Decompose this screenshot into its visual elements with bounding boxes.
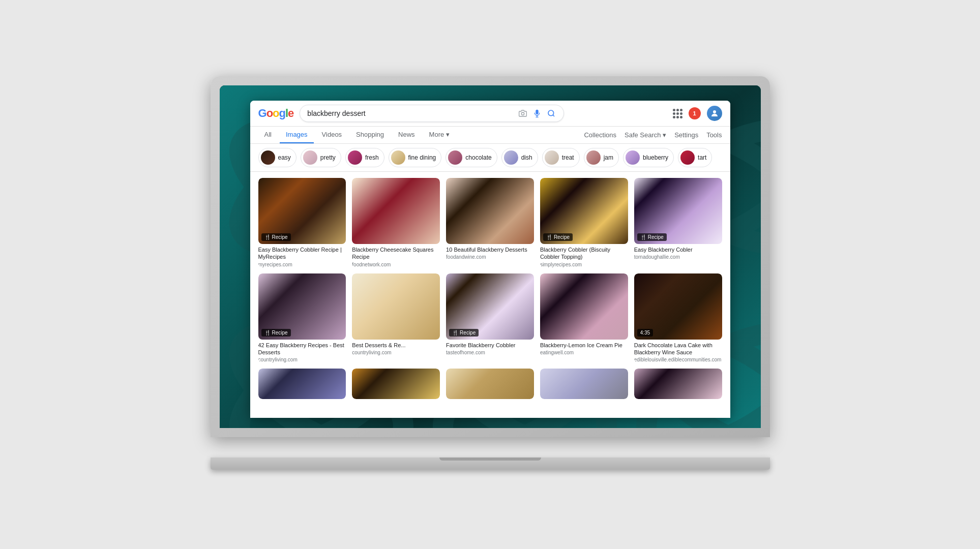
result-card-14[interactable]: [540, 369, 628, 399]
chip-fine-dining[interactable]: fine dining: [389, 148, 442, 167]
result-image-13: [446, 369, 534, 399]
search-input[interactable]: [307, 109, 514, 117]
voice-search-icon[interactable]: [532, 108, 542, 118]
grid-dot: [676, 116, 679, 118]
results-grid: 🍴 Recipe Easy Blackberry Cobbler Recipe …: [258, 178, 722, 399]
logo-letter-o1: o: [266, 107, 273, 120]
svg-line-4: [553, 115, 554, 116]
filter-chips-bar: easy pretty fresh fine dining: [250, 144, 730, 172]
result-card-3[interactable]: 10 Beautiful Blackberry Desserts foodand…: [446, 178, 534, 267]
chip-thumb-tart: [680, 150, 695, 165]
result-image-15: [634, 369, 722, 399]
browser-window: Google: [250, 101, 730, 418]
laptop-base-notch: [439, 458, 541, 461]
google-logo[interactable]: Google: [258, 107, 294, 120]
header-right-controls: 1: [673, 106, 722, 121]
result-image-7: [352, 273, 440, 340]
result-card-4[interactable]: 🍴 Recipe Blackberry Cobbler (Biscuity Co…: [540, 178, 628, 267]
recipe-icon-6: 🍴: [264, 330, 271, 336]
laptop-screen-housing: Google: [211, 76, 770, 437]
result-card-2[interactable]: Blackberry Cheesecake Squares Recipe foo…: [352, 178, 440, 267]
recipe-icon-1: 🍴: [264, 234, 271, 240]
result-card-9[interactable]: Blackberry-Lemon Ice Cream Pie eatingwel…: [540, 273, 628, 363]
chip-thumb-jam: [586, 150, 601, 165]
laptop-base-body: [211, 458, 770, 470]
result-card-10[interactable]: 4:35 Dark Chocolate Lava Cake with Black…: [634, 273, 722, 363]
result-image-14: [540, 369, 628, 399]
tab-news[interactable]: News: [392, 127, 421, 143]
grid-dot: [673, 116, 675, 118]
result-source-4: simplyrecipes.com: [540, 262, 628, 267]
result-card-15[interactable]: [634, 369, 722, 399]
camera-search-icon[interactable]: [518, 108, 528, 118]
result-card-5[interactable]: 🍴 Recipe Easy Blackberry Cobler tornadou…: [634, 178, 722, 267]
result-image-2: [352, 178, 440, 244]
result-title-4: Blackberry Cobbler (Biscuity Cobbler Top…: [540, 246, 628, 261]
result-card-12[interactable]: [352, 369, 440, 399]
search-submit-icon[interactable]: [546, 108, 556, 118]
recipe-badge-1: 🍴 Recipe: [261, 233, 291, 241]
collections-link[interactable]: Collections: [584, 131, 616, 139]
google-header: Google: [250, 101, 730, 127]
result-source-1: myrecipes.com: [258, 262, 346, 267]
screen-content: Google: [220, 85, 761, 428]
user-avatar[interactable]: [707, 106, 722, 121]
chip-tart[interactable]: tart: [678, 148, 712, 167]
svg-point-3: [548, 110, 554, 116]
result-image-1: 🍴 Recipe: [258, 178, 346, 244]
safe-search-button[interactable]: Safe Search ▾: [625, 131, 666, 139]
tab-shopping[interactable]: Shopping: [350, 127, 390, 143]
grid-dot: [676, 112, 679, 115]
settings-link[interactable]: Settings: [674, 131, 698, 139]
tab-all[interactable]: All: [258, 127, 278, 143]
search-bar[interactable]: [300, 105, 564, 122]
result-image-5: 🍴 Recipe: [634, 178, 722, 244]
nav-tabs: All Images Videos Shopping News: [250, 127, 730, 144]
logo-letter-g2: g: [279, 107, 285, 120]
tab-images[interactable]: Images: [280, 127, 314, 143]
result-source-9: eatingwell.com: [540, 350, 628, 355]
logo-letter-e: e: [288, 107, 293, 120]
nav-right-controls: Collections Safe Search ▾ Settings Tools: [584, 131, 722, 139]
search-bar-container: [300, 105, 564, 122]
chip-dish[interactable]: dish: [501, 148, 538, 167]
result-source-10: ediblelouisville.ediblecommunities.com: [634, 357, 722, 362]
results-area[interactable]: 🍴 Recipe Easy Blackberry Cobbler Recipe …: [250, 172, 730, 418]
result-title-9: Blackberry-Lemon Ice Cream Pie: [540, 342, 628, 349]
result-image-10: 4:35: [634, 273, 722, 340]
chip-thumb-chocolate: [448, 150, 462, 165]
safe-search-chevron-icon: ▾: [663, 131, 666, 139]
result-card-11[interactable]: [258, 369, 346, 399]
result-title-1: Easy Blackberry Cobbler Recipe | MyRecip…: [258, 246, 346, 261]
chip-pretty[interactable]: pretty: [301, 148, 341, 167]
svg-point-5: [713, 110, 716, 113]
chip-blueberry[interactable]: blueberry: [623, 148, 674, 167]
result-source-3: foodandwine.com: [446, 254, 534, 260]
chip-easy[interactable]: easy: [258, 148, 296, 167]
result-card-6[interactable]: 🍴 Recipe 42 Easy Blackberry Recipes - Be…: [258, 273, 346, 363]
result-source-5: tornadoughallie.com: [634, 254, 722, 260]
chip-jam[interactable]: jam: [584, 148, 619, 167]
tab-more[interactable]: More ▾: [423, 127, 456, 143]
chip-thumb-blueberry: [626, 150, 640, 165]
logo-letter-g: G: [258, 107, 266, 120]
chip-treat[interactable]: treat: [542, 148, 580, 167]
grid-dot: [673, 109, 675, 111]
google-apps-icon[interactable]: [673, 109, 682, 118]
tools-link[interactable]: Tools: [706, 131, 722, 139]
grid-dot: [680, 112, 682, 115]
recipe-icon-8: 🍴: [452, 330, 458, 336]
result-title-5: Easy Blackberry Cobler: [634, 246, 722, 253]
tab-videos[interactable]: Videos: [316, 127, 348, 143]
result-card-8[interactable]: 🍴 Recipe Favorite Blackberry Cobbler tas…: [446, 273, 534, 363]
result-card-7[interactable]: Best Desserts & Re... countryliving.com: [352, 273, 440, 363]
notification-badge[interactable]: 1: [689, 107, 701, 119]
result-title-6: 42 Easy Blackberry Recipes - Best Desser…: [258, 342, 346, 356]
result-title-2: Blackberry Cheesecake Squares Recipe: [352, 246, 440, 261]
result-card-1[interactable]: 🍴 Recipe Easy Blackberry Cobbler Recipe …: [258, 178, 346, 267]
result-source-7: countryliving.com: [352, 350, 440, 355]
grid-dot: [680, 109, 682, 111]
result-card-13[interactable]: [446, 369, 534, 399]
chip-chocolate[interactable]: chocolate: [446, 148, 497, 167]
chip-fresh[interactable]: fresh: [345, 148, 384, 167]
